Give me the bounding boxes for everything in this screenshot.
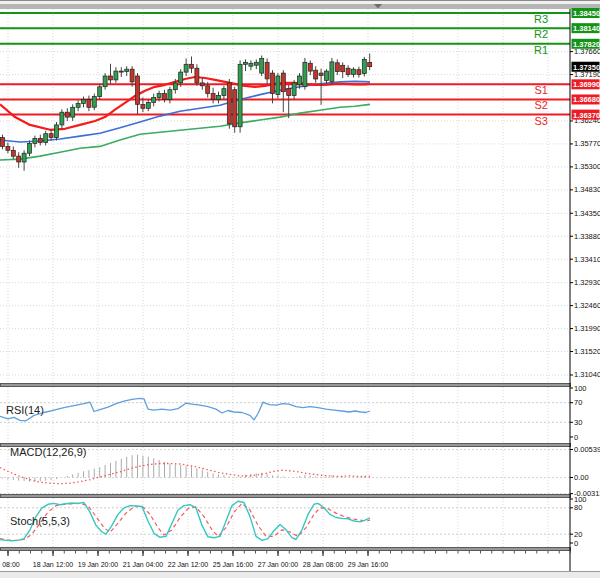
time-label: 28 Jan 08:00 xyxy=(303,561,344,568)
indicator-tick-label: 80 xyxy=(574,503,582,512)
rsi-label: RSI(14) xyxy=(6,404,44,416)
time-label: 22 Jan 12:00 xyxy=(168,561,209,568)
trading-chart-window: R3R2R1S1S2S31.376601.371901.362401.35770… xyxy=(0,0,600,578)
price-tick-label: 1.34350 xyxy=(574,209,600,218)
price-tick-label: 1.33410 xyxy=(574,255,600,264)
current-price-label: 1.37350 xyxy=(573,63,600,72)
price-tick-label: 1.34830 xyxy=(574,185,600,194)
top-scrollbar-border xyxy=(0,0,600,1)
time-label: n 08:00 xyxy=(0,561,20,568)
time-label: 18 Jan 12:00 xyxy=(33,561,74,568)
panel-separator xyxy=(1,384,571,387)
price-badge-label: 1.36680 xyxy=(573,95,600,104)
indicator-tick-label: 0 xyxy=(574,539,578,548)
price-tick-label: 1.31520 xyxy=(574,347,600,356)
price-tick-label: 1.35300 xyxy=(574,162,600,171)
price-badge-label: 1.38450 xyxy=(573,9,600,18)
price-badge-label: 1.36370 xyxy=(573,111,600,120)
chart-canvas: R3R2R1S1S2S31.376601.371901.362401.35770… xyxy=(0,0,600,578)
indicator-tick-label: 100 xyxy=(574,495,587,504)
price-tick-label: 1.31990 xyxy=(574,324,600,333)
top-scrollbar-track[interactable] xyxy=(0,1,600,4)
time-label: 25 Jan 16:00 xyxy=(213,561,254,568)
indicator-tick-label: 30 xyxy=(574,418,582,427)
price-tick-label: 1.33880 xyxy=(574,232,600,241)
indicator-tick-label: 20 xyxy=(574,530,582,539)
time-label: 27 Jan 00:00 xyxy=(258,561,299,568)
price-tick-label: 1.35770 xyxy=(574,139,600,148)
price-tick-label: 1.32460 xyxy=(574,301,600,310)
time-label: 19 Jan 20:00 xyxy=(78,561,119,568)
price-badge-label: 1.37820 xyxy=(573,40,600,49)
panel-separator xyxy=(1,548,571,551)
price-badge-label: 1.36990 xyxy=(573,80,600,89)
indicator-tick-label: 0.005396 xyxy=(574,445,600,454)
price-tick-label: 1.31040 xyxy=(574,370,600,379)
price-tick-label: 1.32930 xyxy=(574,278,600,287)
indicator-tick-label: 0.00 xyxy=(574,473,589,482)
time-label: 21 Jan 04:00 xyxy=(123,561,164,568)
indicator-tick-label: 70 xyxy=(574,398,582,407)
stoch-label: Stoch(5,5,3) xyxy=(10,515,70,527)
top-scrollbar-bar[interactable] xyxy=(0,4,600,9)
indicator-tick-label: 100 xyxy=(574,384,587,393)
panel-separator xyxy=(1,495,571,498)
macd-label: MACD(12,26,9) xyxy=(10,446,86,458)
price-badge-label: 1.38140 xyxy=(573,24,600,33)
time-label: 29 Jan 16:00 xyxy=(348,561,389,568)
bottom-strip xyxy=(0,572,600,578)
indicator-tick-label: 0 xyxy=(574,433,578,442)
